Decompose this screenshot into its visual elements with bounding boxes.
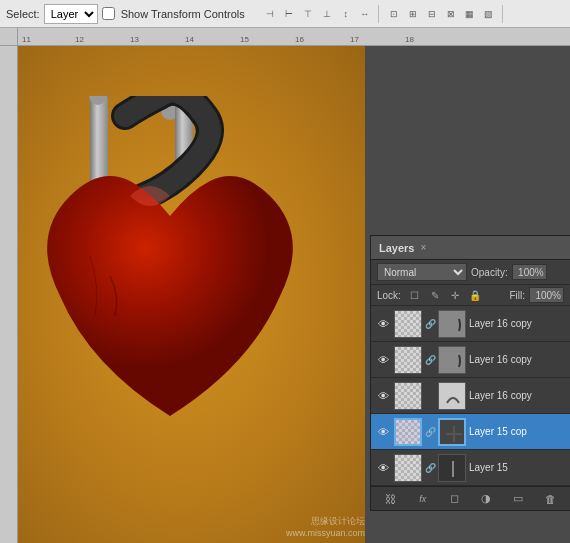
- layer-name: Layer 15: [469, 462, 566, 473]
- align-center-icon[interactable]: ⊢: [280, 5, 298, 23]
- toolbar-icons: ⊣ ⊢ ⊤ ⊥ ↕ ↔ ⊡ ⊞ ⊟ ⊠ ▦ ▧: [257, 5, 503, 23]
- visibility-icon[interactable]: 👁: [375, 352, 391, 368]
- align-bottom-icon[interactable]: ↔: [356, 5, 374, 23]
- panel-footer: ⛓ fx ◻ ◑ ▭ 🗑: [371, 486, 570, 510]
- svg-rect-1: [90, 96, 108, 186]
- toolbar: Select: Layer Show Transform Controls ⊣ …: [0, 0, 570, 28]
- watermark: 思缘设计论坛 www.missyuan.com: [286, 515, 365, 538]
- layer-link-icon[interactable]: 🔗: [425, 424, 435, 440]
- layer-name: Layer 15 cop: [469, 426, 566, 437]
- opacity-input[interactable]: [512, 264, 547, 280]
- layers-panel: Layers × Normal Opacity: Lock: ☐ ✎ ✛ 🔒 F…: [370, 235, 570, 511]
- visibility-icon[interactable]: 👁: [375, 388, 391, 404]
- blend-mode-select[interactable]: Normal: [377, 263, 467, 281]
- panel-title: Layers: [379, 242, 414, 254]
- panel-header: Layers ×: [371, 236, 570, 260]
- opacity-label: Opacity:: [471, 267, 508, 278]
- layer-mask-thumbnail: [438, 382, 466, 410]
- visibility-icon[interactable]: 👁: [375, 424, 391, 440]
- fx-icon[interactable]: fx: [413, 489, 433, 509]
- layer-select[interactable]: Layer: [44, 4, 98, 24]
- adjustment-icon[interactable]: ◑: [476, 489, 496, 509]
- align-left-icon[interactable]: ⊣: [261, 5, 279, 23]
- lock-fill-row: Lock: ☐ ✎ ✛ 🔒 Fill:: [371, 285, 570, 306]
- ruler-horizontal: 11 12 13 14 15 16 17 18: [18, 28, 570, 46]
- dist-center-icon[interactable]: ⊞: [404, 5, 422, 23]
- add-mask-icon[interactable]: ◻: [445, 489, 465, 509]
- lock-all-icon[interactable]: 🔒: [467, 287, 483, 303]
- layer-thumbnail: [394, 346, 422, 374]
- heart-image: [30, 96, 310, 476]
- canvas-area: [0, 46, 365, 543]
- select-label: Select:: [6, 8, 40, 20]
- layer-thumbnail: [394, 382, 422, 410]
- layer-mask-thumbnail: [438, 454, 466, 482]
- dist-right-icon[interactable]: ⊟: [423, 5, 441, 23]
- align-top-icon[interactable]: ⊥: [318, 5, 336, 23]
- layer-name: Layer 16 copy: [469, 354, 566, 365]
- panel-close-button[interactable]: ×: [420, 242, 426, 253]
- fill-input[interactable]: [529, 287, 564, 303]
- new-group-icon[interactable]: ▭: [508, 489, 528, 509]
- link-layers-icon[interactable]: ⛓: [381, 489, 401, 509]
- layer-thumbnail: [394, 310, 422, 338]
- watermark-line1: 思缘设计论坛: [286, 515, 365, 528]
- align-right-icon[interactable]: ⊤: [299, 5, 317, 23]
- transform-label: Show Transform Controls: [121, 8, 245, 20]
- layer-link-icon[interactable]: 🔗: [425, 460, 435, 476]
- layer-thumbnail: [394, 454, 422, 482]
- layer-thumbnail: [394, 418, 422, 446]
- layer-row[interactable]: 👁 🔗 Layer 15: [371, 450, 570, 486]
- layer-link-icon[interactable]: 🔗: [425, 316, 435, 332]
- fill-label: Fill:: [509, 290, 525, 301]
- layer-name: Layer 16 copy: [469, 390, 566, 401]
- layer-mask-thumbnail: [438, 418, 466, 446]
- layer-row[interactable]: 👁 🔗 Layer 16 copy: [371, 378, 570, 414]
- lock-move-icon[interactable]: ✛: [447, 287, 463, 303]
- layer-row[interactable]: 👁 🔗 Layer 16 copy: [371, 306, 570, 342]
- layer-row-active[interactable]: 👁 🔗 Layer 15 cop: [371, 414, 570, 450]
- visibility-icon[interactable]: 👁: [375, 316, 391, 332]
- lock-transparent-icon[interactable]: ☐: [407, 287, 423, 303]
- lock-pixels-icon[interactable]: ✎: [427, 287, 443, 303]
- layer-name: Layer 16 copy: [469, 318, 566, 329]
- distribute-icons: ⊡ ⊞ ⊟ ⊠ ▦ ▧: [381, 5, 503, 23]
- blend-opacity-row: Normal Opacity:: [371, 260, 570, 285]
- layer-mask-thumbnail: [438, 310, 466, 338]
- ruler-corner: [0, 28, 18, 46]
- align-icons: ⊣ ⊢ ⊤ ⊥ ↕ ↔: [257, 5, 379, 23]
- transform-checkbox[interactable]: [102, 7, 115, 20]
- layer-row[interactable]: 👁 🔗 Layer 16 copy: [371, 342, 570, 378]
- delete-layer-icon[interactable]: 🗑: [540, 489, 560, 509]
- watermark-line2: www.missyuan.com: [286, 528, 365, 538]
- ruler-vertical: [0, 46, 18, 543]
- dist-top-icon[interactable]: ⊠: [442, 5, 460, 23]
- align-middle-icon[interactable]: ↕: [337, 5, 355, 23]
- layer-mask-thumbnail: [438, 346, 466, 374]
- dist-middle-icon[interactable]: ▦: [461, 5, 479, 23]
- lock-label: Lock:: [377, 290, 401, 301]
- dist-left-icon[interactable]: ⊡: [385, 5, 403, 23]
- visibility-icon[interactable]: 👁: [375, 460, 391, 476]
- dist-bottom-icon[interactable]: ▧: [480, 5, 498, 23]
- layer-link-icon[interactable]: 🔗: [425, 352, 435, 368]
